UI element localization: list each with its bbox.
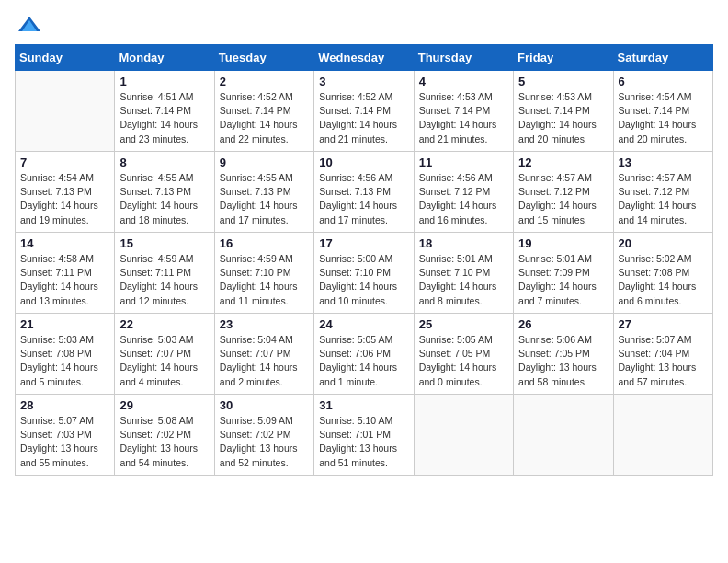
calendar-cell: 17Sunrise: 5:00 AM Sunset: 7:10 PM Dayli… (314, 233, 414, 314)
calendar-cell: 25Sunrise: 5:05 AM Sunset: 7:05 PM Dayli… (414, 314, 513, 395)
day-number: 15 (119, 236, 209, 250)
calendar-cell: 18Sunrise: 5:01 AM Sunset: 7:10 PM Dayli… (414, 233, 513, 314)
day-info: Sunrise: 5:05 AM Sunset: 7:05 PM Dayligh… (419, 333, 508, 389)
calendar-cell: 15Sunrise: 4:59 AM Sunset: 7:11 PM Dayli… (115, 233, 214, 314)
day-info: Sunrise: 4:58 AM Sunset: 7:11 PM Dayligh… (20, 252, 109, 308)
day-info: Sunrise: 4:52 AM Sunset: 7:14 PM Dayligh… (220, 90, 309, 146)
logo-icon (17, 15, 42, 33)
day-info: Sunrise: 4:54 AM Sunset: 7:13 PM Dayligh… (20, 171, 109, 227)
calendar-cell: 2Sunrise: 4:52 AM Sunset: 7:14 PM Daylig… (214, 71, 313, 152)
day-info: Sunrise: 5:09 AM Sunset: 7:02 PM Dayligh… (220, 414, 309, 470)
calendar-cell: 9Sunrise: 4:55 AM Sunset: 7:13 PM Daylig… (214, 152, 313, 233)
calendar-cell: 31Sunrise: 5:10 AM Sunset: 7:01 PM Dayli… (314, 395, 414, 476)
day-number: 2 (220, 75, 309, 88)
weekday-header: Wednesday (314, 45, 414, 71)
day-info: Sunrise: 4:57 AM Sunset: 7:12 PM Dayligh… (518, 171, 608, 227)
day-info: Sunrise: 5:06 AM Sunset: 7:05 PM Dayligh… (518, 333, 608, 389)
calendar-cell: 4Sunrise: 4:53 AM Sunset: 7:14 PM Daylig… (414, 71, 513, 152)
calendar-cell (414, 395, 513, 476)
day-number: 3 (319, 75, 408, 88)
calendar-cell: 10Sunrise: 4:56 AM Sunset: 7:13 PM Dayli… (314, 152, 414, 233)
day-number: 8 (119, 155, 209, 169)
day-info: Sunrise: 5:01 AM Sunset: 7:10 PM Dayligh… (419, 252, 508, 308)
day-number: 27 (619, 317, 708, 331)
day-number: 1 (119, 75, 209, 88)
day-info: Sunrise: 4:52 AM Sunset: 7:14 PM Dayligh… (319, 90, 408, 146)
day-number: 12 (518, 155, 608, 169)
day-number: 13 (619, 155, 708, 169)
day-number: 6 (619, 75, 708, 88)
day-number: 11 (419, 155, 508, 169)
day-number: 31 (319, 398, 408, 412)
page-header (15, 15, 713, 33)
day-info: Sunrise: 4:59 AM Sunset: 7:11 PM Dayligh… (119, 252, 209, 308)
day-info: Sunrise: 4:57 AM Sunset: 7:12 PM Dayligh… (619, 171, 708, 227)
weekday-header: Monday (115, 45, 214, 71)
day-info: Sunrise: 4:53 AM Sunset: 7:14 PM Dayligh… (419, 90, 508, 146)
weekday-header: Thursday (414, 45, 513, 71)
calendar-cell: 21Sunrise: 5:03 AM Sunset: 7:08 PM Dayli… (16, 314, 115, 395)
calendar-cell: 13Sunrise: 4:57 AM Sunset: 7:12 PM Dayli… (613, 152, 712, 233)
day-number: 18 (419, 236, 508, 250)
day-info: Sunrise: 4:54 AM Sunset: 7:14 PM Dayligh… (619, 90, 708, 146)
calendar-cell: 11Sunrise: 4:56 AM Sunset: 7:12 PM Dayli… (414, 152, 513, 233)
day-number: 9 (220, 155, 309, 169)
day-number: 5 (518, 75, 608, 88)
day-info: Sunrise: 4:51 AM Sunset: 7:14 PM Dayligh… (119, 90, 209, 146)
calendar-cell: 7Sunrise: 4:54 AM Sunset: 7:13 PM Daylig… (16, 152, 115, 233)
calendar-cell: 1Sunrise: 4:51 AM Sunset: 7:14 PM Daylig… (115, 71, 214, 152)
weekday-header: Saturday (613, 45, 712, 71)
day-number: 10 (319, 155, 408, 169)
day-number: 16 (220, 236, 309, 250)
day-info: Sunrise: 5:03 AM Sunset: 7:08 PM Dayligh… (20, 333, 109, 389)
day-number: 24 (319, 317, 408, 331)
day-info: Sunrise: 5:07 AM Sunset: 7:04 PM Dayligh… (619, 333, 708, 389)
day-number: 22 (119, 317, 209, 331)
day-info: Sunrise: 4:59 AM Sunset: 7:10 PM Dayligh… (220, 252, 309, 308)
day-number: 21 (20, 317, 109, 331)
day-info: Sunrise: 4:56 AM Sunset: 7:12 PM Dayligh… (419, 171, 508, 227)
calendar-header: SundayMondayTuesdayWednesdayThursdayFrid… (16, 45, 713, 71)
calendar-cell: 29Sunrise: 5:08 AM Sunset: 7:02 PM Dayli… (115, 395, 214, 476)
calendar-cell: 27Sunrise: 5:07 AM Sunset: 7:04 PM Dayli… (613, 314, 712, 395)
day-number: 19 (518, 236, 608, 250)
calendar-table: SundayMondayTuesdayWednesdayThursdayFrid… (15, 44, 713, 476)
weekday-header: Friday (514, 45, 613, 71)
day-number: 26 (518, 317, 608, 331)
day-number: 28 (20, 398, 109, 412)
calendar-cell: 12Sunrise: 4:57 AM Sunset: 7:12 PM Dayli… (514, 152, 613, 233)
weekday-header: Tuesday (214, 45, 313, 71)
day-info: Sunrise: 4:55 AM Sunset: 7:13 PM Dayligh… (119, 171, 209, 227)
day-info: Sunrise: 5:03 AM Sunset: 7:07 PM Dayligh… (119, 333, 209, 389)
calendar-cell: 16Sunrise: 4:59 AM Sunset: 7:10 PM Dayli… (214, 233, 313, 314)
logo (15, 15, 42, 33)
day-number: 4 (419, 75, 508, 88)
calendar-cell: 19Sunrise: 5:01 AM Sunset: 7:09 PM Dayli… (514, 233, 613, 314)
day-info: Sunrise: 4:56 AM Sunset: 7:13 PM Dayligh… (319, 171, 408, 227)
day-info: Sunrise: 5:07 AM Sunset: 7:03 PM Dayligh… (20, 414, 109, 470)
day-number: 7 (20, 155, 109, 169)
calendar-cell: 28Sunrise: 5:07 AM Sunset: 7:03 PM Dayli… (16, 395, 115, 476)
day-number: 30 (220, 398, 309, 412)
day-info: Sunrise: 5:04 AM Sunset: 7:07 PM Dayligh… (220, 333, 309, 389)
day-number: 20 (619, 236, 708, 250)
day-info: Sunrise: 5:08 AM Sunset: 7:02 PM Dayligh… (119, 414, 209, 470)
weekday-header: Sunday (16, 45, 115, 71)
calendar-cell: 8Sunrise: 4:55 AM Sunset: 7:13 PM Daylig… (115, 152, 214, 233)
day-info: Sunrise: 5:10 AM Sunset: 7:01 PM Dayligh… (319, 414, 408, 470)
day-number: 14 (20, 236, 109, 250)
day-number: 23 (220, 317, 309, 331)
calendar-cell: 20Sunrise: 5:02 AM Sunset: 7:08 PM Dayli… (613, 233, 712, 314)
day-info: Sunrise: 5:02 AM Sunset: 7:08 PM Dayligh… (619, 252, 708, 308)
calendar-cell: 30Sunrise: 5:09 AM Sunset: 7:02 PM Dayli… (214, 395, 313, 476)
day-info: Sunrise: 4:55 AM Sunset: 7:13 PM Dayligh… (220, 171, 309, 227)
day-number: 29 (119, 398, 209, 412)
day-number: 17 (319, 236, 408, 250)
day-info: Sunrise: 5:00 AM Sunset: 7:10 PM Dayligh… (319, 252, 408, 308)
calendar-cell: 5Sunrise: 4:53 AM Sunset: 7:14 PM Daylig… (514, 71, 613, 152)
day-info: Sunrise: 5:05 AM Sunset: 7:06 PM Dayligh… (319, 333, 408, 389)
calendar-cell: 6Sunrise: 4:54 AM Sunset: 7:14 PM Daylig… (613, 71, 712, 152)
day-info: Sunrise: 5:01 AM Sunset: 7:09 PM Dayligh… (518, 252, 608, 308)
calendar-cell (514, 395, 613, 476)
day-number: 25 (419, 317, 508, 331)
